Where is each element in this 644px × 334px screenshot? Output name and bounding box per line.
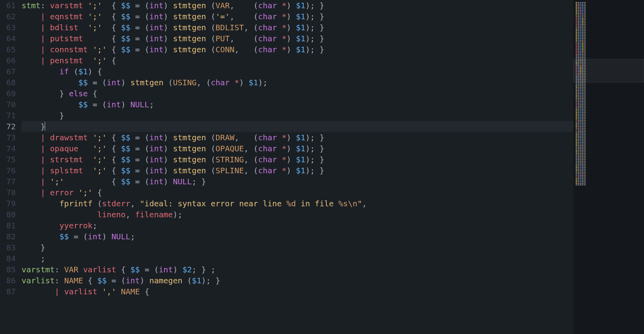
code-line[interactable]: | connstmt ';' { $$ = (int) stmtgen (CON… — [22, 44, 573, 55]
minimap[interactable]: ▆▆ ▆▆ ▆▆ ▆▆ ▆▆ ▆▆ ▆▆ ▆▆ ▆▆ ▆▆ ▆▆ ▆▆ ▆▆ ▆… — [573, 0, 644, 334]
line-number[interactable]: 87 — [0, 286, 16, 297]
line-number-gutter[interactable]: 6162636465666768697071727374757677787980… — [0, 0, 22, 334]
code-line[interactable]: if ($1) { — [22, 66, 573, 77]
code-line[interactable]: | ';' { $$ = (int) NULL; } — [22, 176, 573, 187]
code-area[interactable]: 6162636465666768697071727374757677787980… — [0, 0, 573, 334]
code-line[interactable]: varlist: NAME { $$ = (int) namegen ($1);… — [22, 275, 573, 286]
code-line[interactable]: | drawstmt ';' { $$ = (int) stmtgen (DRA… — [22, 132, 573, 143]
line-number[interactable]: 62 — [0, 11, 16, 22]
line-number[interactable]: 71 — [0, 110, 16, 121]
line-number[interactable]: 78 — [0, 187, 16, 198]
line-number[interactable]: 85 — [0, 264, 16, 275]
line-number[interactable]: 69 — [0, 88, 16, 99]
code-line[interactable]: $$ = (int) stmtgen (USING, (char *) $1); — [22, 77, 573, 88]
line-number[interactable]: 75 — [0, 154, 16, 165]
line-number[interactable]: 67 — [0, 66, 16, 77]
code-line[interactable]: } — [22, 242, 573, 253]
line-number[interactable]: 64 — [0, 33, 16, 44]
line-number[interactable]: 68 — [0, 77, 16, 88]
line-number[interactable]: 63 — [0, 22, 16, 33]
code-line[interactable]: lineno, filename); — [22, 209, 573, 220]
line-number[interactable]: 84 — [0, 253, 16, 264]
code-line[interactable]: fprintf (stderr, "ideal: syntax error ne… — [22, 198, 573, 209]
code-line[interactable]: $$ = (int) NULL; — [22, 99, 573, 110]
line-number[interactable]: 81 — [0, 220, 16, 231]
code-line[interactable]: | penstmt ';' { — [22, 55, 573, 66]
line-number[interactable]: 86 — [0, 275, 16, 286]
line-number[interactable]: 72 — [0, 121, 16, 132]
line-number[interactable]: 65 — [0, 44, 16, 55]
line-number[interactable]: 79 — [0, 198, 16, 209]
code-line[interactable]: yyerrok; — [22, 220, 573, 231]
code-line[interactable]: varstmt: VAR varlist { $$ = (int) $2; } … — [22, 264, 573, 275]
line-number[interactable]: 61 — [0, 0, 16, 11]
code-line[interactable]: | bdlist ';' { $$ = (int) stmtgen (BDLIS… — [22, 22, 573, 33]
editor-root: 6162636465666768697071727374757677787980… — [0, 0, 644, 334]
line-number[interactable]: 66 — [0, 55, 16, 66]
minimap-viewport[interactable] — [573, 59, 644, 83]
line-number[interactable]: 83 — [0, 242, 16, 253]
code-line[interactable]: | strstmt ';' { $$ = (int) stmtgen (STRI… — [22, 154, 573, 165]
code-line[interactable]: | error ';' { — [22, 187, 573, 198]
code-line[interactable]: } — [22, 110, 573, 121]
code-line[interactable]: $$ = (int) NULL; — [22, 231, 573, 242]
code-line[interactable]: | eqnstmt ';' { $$ = (int) stmtgen ('=',… — [22, 11, 573, 22]
code-content[interactable]: stmt: varstmt ';' { $$ = (int) stmtgen (… — [22, 0, 573, 334]
code-line[interactable]: } — [22, 121, 573, 132]
code-line[interactable]: | opaque ';' { $$ = (int) stmtgen (OPAQU… — [22, 143, 573, 154]
code-line[interactable]: | varlist ',' NAME { — [22, 286, 573, 297]
line-number[interactable]: 82 — [0, 231, 16, 242]
line-number[interactable]: 80 — [0, 209, 16, 220]
code-line[interactable]: stmt: varstmt ';' { $$ = (int) stmtgen (… — [22, 0, 573, 11]
code-line[interactable]: | putstmt { $$ = (int) stmtgen (PUT, (ch… — [22, 33, 573, 44]
code-line[interactable]: ; — [22, 253, 573, 264]
line-number[interactable]: 76 — [0, 165, 16, 176]
line-number[interactable]: 73 — [0, 132, 16, 143]
line-number[interactable]: 74 — [0, 143, 16, 154]
minimap-line: ▆▆ ▆▆ ▆▆ ▆▆ ▆▆ — [576, 184, 642, 185]
line-number[interactable]: 77 — [0, 176, 16, 187]
code-line[interactable]: } else { — [22, 88, 573, 99]
line-number[interactable]: 70 — [0, 99, 16, 110]
code-line[interactable]: | splstmt ';' { $$ = (int) stmtgen (SPLI… — [22, 165, 573, 176]
